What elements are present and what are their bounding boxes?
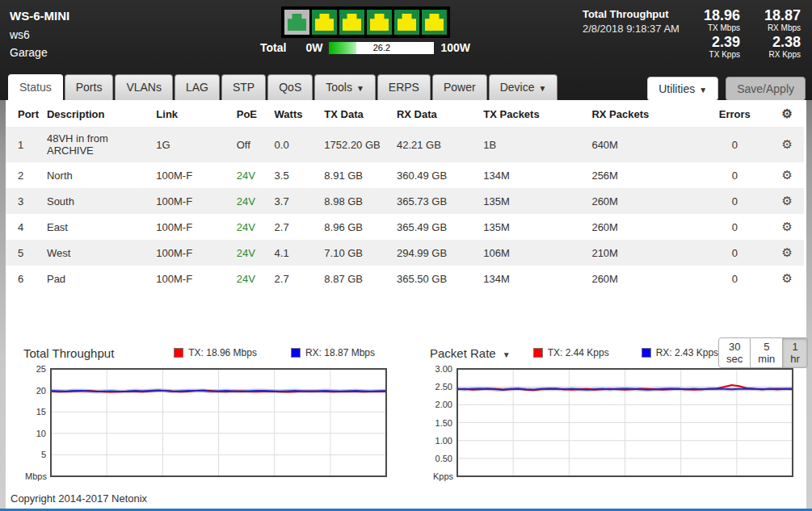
throughput-title: Total Throughput xyxy=(583,8,679,20)
time-range-buttons: 30 sec5 min1 hr xyxy=(718,337,808,368)
range-button-1-hr[interactable]: 1 hr xyxy=(783,337,808,368)
cell-rx-packets: 260M xyxy=(588,214,699,240)
stat-value: 18.87 xyxy=(764,8,801,23)
port-indicator-1 xyxy=(284,10,309,35)
svg-text:3.00: 3.00 xyxy=(435,365,452,374)
cell-rx-packets: 640M xyxy=(588,127,699,162)
cell-gear: ⚙ xyxy=(770,266,804,291)
timestamp: 2/8/2018 9:18:37 AM xyxy=(583,23,679,35)
table-row-port-5: 5West100M-F24V4.17.10 GB294.99 GB106M210… xyxy=(6,240,804,266)
chevron-down-icon: ▼ xyxy=(538,84,546,93)
chart-header: Total ThroughputTX: 18.96 MbpsRX: 18.87 … xyxy=(17,342,394,363)
tab-lag[interactable]: LAG xyxy=(175,74,220,100)
tab-device[interactable]: Device▼ xyxy=(489,74,558,100)
svg-text:10: 10 xyxy=(36,429,46,438)
tabs: StatusPortsVLANsLAGSTPQoSTools▼ERPSPower… xyxy=(8,74,557,100)
main-content: PortDescriptionLinkPoEWattsTX DataRX Dat… xyxy=(6,100,806,509)
column-header-watts: Watts xyxy=(271,101,322,127)
cell-description: North xyxy=(44,162,153,188)
cell-port: 2 xyxy=(6,162,44,188)
stat-tx-kpps: 2.39TX Kpps xyxy=(704,35,740,59)
stat-value: 2.38 xyxy=(764,35,801,49)
chart-legend: TX: 2.44 KppsRX: 2.43 Kpps xyxy=(533,347,718,358)
tab-ports[interactable]: Ports xyxy=(65,74,114,100)
chart-title[interactable]: Packet Rate▼ xyxy=(430,346,511,360)
port-indicator-2 xyxy=(312,10,337,35)
svg-text:2.00: 2.00 xyxy=(435,400,452,409)
cell-rx-packets: 256M xyxy=(588,162,699,188)
cell-watts: 0.0 xyxy=(271,127,322,162)
cell-tx-data: 8.98 GB xyxy=(321,188,393,214)
tab-status[interactable]: Status xyxy=(8,74,63,100)
table-header-row: PortDescriptionLinkPoEWattsTX DataRX Dat… xyxy=(6,101,804,127)
cell-watts: 4.1 xyxy=(271,240,322,266)
cell-gear: ⚙ xyxy=(770,188,804,214)
legend-item: TX: 18.96 Mbps xyxy=(174,347,257,358)
tab-erps[interactable]: ERPS xyxy=(377,74,431,100)
column-header-settings-gear-icon[interactable]: ⚙ xyxy=(770,101,804,127)
cell-watts: 3.7 xyxy=(271,188,322,214)
chevron-down-icon: ▼ xyxy=(356,84,364,93)
tab-vlans[interactable]: VLANs xyxy=(115,74,173,100)
rj45-connector-icon xyxy=(425,14,444,31)
legend-label: RX: 2.43 Kpps xyxy=(656,347,718,358)
cell-tx-packets: 134M xyxy=(480,266,588,291)
port-settings-gear-icon[interactable]: ⚙ xyxy=(782,245,793,259)
svg-text:25: 25 xyxy=(36,365,46,374)
power-usage-value: 26.2 xyxy=(329,42,434,54)
tab-tools[interactable]: Tools▼ xyxy=(314,74,376,100)
top-header: WS-6-MINI ws6 Garage Total 0W 26.2 100W … xyxy=(0,0,812,100)
column-header-rx-data: RX Data xyxy=(393,101,480,127)
cell-port: 4 xyxy=(6,214,44,240)
throughput-stats: 18.96TX Mbps18.87RX Mbps2.39TX Kpps2.38R… xyxy=(704,8,801,59)
port-indicator-3 xyxy=(339,10,364,35)
port-indicator-5 xyxy=(394,10,419,35)
utilities-button[interactable]: Utilities▼ xyxy=(647,77,718,101)
cell-tx-packets: 135M xyxy=(480,214,588,240)
cell-watts: 2.7 xyxy=(271,266,322,291)
power-total-label: Total xyxy=(260,41,286,54)
cell-poe: 24V xyxy=(234,266,271,291)
power-max-label: 100W xyxy=(440,41,470,54)
table-row-port-3: 3South100M-F24V3.78.98 GB365.73 GB135M26… xyxy=(6,188,804,214)
rj45-connector-icon xyxy=(288,14,306,31)
device-location: Garage xyxy=(10,46,69,59)
save-apply-button[interactable]: Save/Apply xyxy=(726,77,806,101)
table-row-port-6: 6Pad100M-F24V2.78.87 GB365.50 GB134M260M… xyxy=(6,266,804,291)
table-row-port-1: 148VH in from ARCHIVE1GOff0.01752.20 GB4… xyxy=(6,127,804,162)
cell-watts: 2.7 xyxy=(271,214,322,240)
cell-description: Pad xyxy=(44,266,153,291)
chart-plot: 3.002.502.001.501.000.50Kpps xyxy=(423,365,799,488)
column-header-tx-packets: TX Packets xyxy=(480,101,588,127)
chart-plot: 252015105Mbps xyxy=(17,365,393,488)
tab-strip: StatusPortsVLANsLAGSTPQoSTools▼ERPSPower… xyxy=(8,74,806,100)
port-settings-gear-icon[interactable]: ⚙ xyxy=(782,220,793,233)
cell-rx-data: 42.21 GB xyxy=(393,127,480,162)
chart-header: Packet Rate▼TX: 2.44 KppsRX: 2.43 Kpps30… xyxy=(423,342,801,363)
port-settings-gear-icon[interactable]: ⚙ xyxy=(782,271,793,285)
stat-label: RX Mbps xyxy=(764,23,801,32)
tab-power[interactable]: Power xyxy=(432,74,487,100)
cell-rx-data: 360.49 GB xyxy=(393,162,480,188)
range-button-30-sec[interactable]: 30 sec xyxy=(718,337,751,368)
stat-label: RX Kpps xyxy=(764,50,801,59)
range-button-5-min[interactable]: 5 min xyxy=(751,337,783,368)
cell-poe: Off xyxy=(234,127,271,162)
legend-label: TX: 18.96 Mbps xyxy=(188,347,257,358)
tab-stp[interactable]: STP xyxy=(221,74,266,100)
port-settings-gear-icon[interactable]: ⚙ xyxy=(782,194,793,207)
cell-gear: ⚙ xyxy=(770,162,804,188)
port-settings-gear-icon[interactable]: ⚙ xyxy=(782,168,793,182)
header-actions: Utilities▼ Save/Apply xyxy=(647,77,806,101)
cell-port: 1 xyxy=(6,127,44,162)
column-header-errors: Errors xyxy=(700,101,771,127)
power-min-label: 0W xyxy=(305,41,322,54)
svg-text:15: 15 xyxy=(36,407,46,417)
cell-poe: 24V xyxy=(234,162,271,188)
cell-description: South xyxy=(44,188,153,214)
column-header-description: Description xyxy=(44,101,153,127)
port-settings-gear-icon[interactable]: ⚙ xyxy=(782,137,793,151)
cell-rx-data: 365.49 GB xyxy=(393,214,480,240)
port-indicator-4 xyxy=(367,10,392,35)
tab-qos[interactable]: QoS xyxy=(267,74,313,100)
